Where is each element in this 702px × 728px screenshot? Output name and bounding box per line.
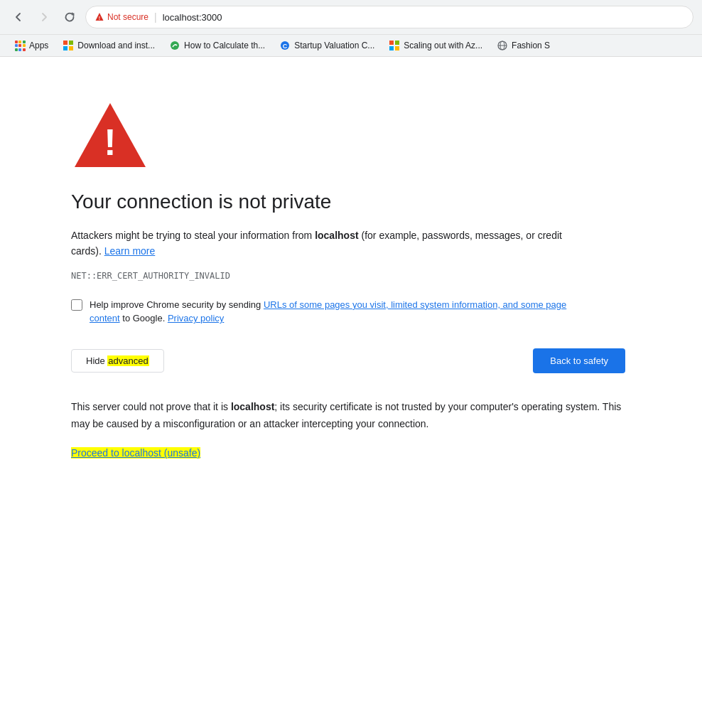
bookmark-startup-label: Startup Valuation C... (294, 41, 374, 50)
svg-point-1 (171, 41, 179, 50)
localhost-bold-1: localhost (315, 230, 358, 241)
leaf-favicon (169, 40, 180, 51)
apps-label: Apps (29, 41, 48, 50)
svg-text:!: ! (99, 16, 100, 21)
hide-advanced-button[interactable]: Hide advanced (71, 349, 164, 373)
svg-text:!: ! (104, 122, 116, 163)
learn-more-link[interactable]: Learn more (104, 245, 156, 257)
bookmark-scaling[interactable]: Scaling out with Az... (383, 38, 488, 53)
page-title: Your connection is not private (71, 191, 631, 213)
url-divider: | (154, 11, 157, 23)
ms-favicon-1 (63, 40, 74, 51)
advanced-highlight: advanced (107, 355, 148, 366)
description-text: Attackers might be trying to steal your … (71, 228, 568, 259)
improve-chrome-checkbox[interactable] (71, 299, 82, 311)
back-button[interactable] (9, 7, 28, 27)
bookmark-fashion-label: Fashion S (512, 41, 550, 50)
bookmark-apps[interactable]: Apps (9, 38, 54, 53)
bookmarks-bar: Apps Download and inst... How to Calcula… (0, 34, 702, 56)
apps-grid-icon (14, 40, 26, 51)
forward-button[interactable] (34, 7, 54, 27)
bookmark-download-label: Download and inst... (77, 41, 155, 50)
bookmark-scaling-label: Scaling out with Az... (404, 41, 482, 50)
error-code: NET::ERR_CERT_AUTHORITY_INVALID (71, 271, 631, 281)
svg-text:C: C (283, 43, 288, 50)
refresh-button[interactable] (60, 7, 80, 27)
browser-chrome: ! Not secure | localhost:3000 (0, 0, 702, 57)
ms-favicon-2 (389, 40, 400, 51)
back-to-safety-button[interactable]: Back to safety (533, 348, 625, 373)
privacy-policy-link[interactable]: Privacy policy (168, 313, 224, 323)
localhost-bold-2: localhost (231, 401, 274, 412)
error-page: ! Your connection is not private Attacke… (0, 57, 702, 725)
button-row: Hide advanced Back to safety (71, 348, 625, 373)
bookmark-fashion[interactable]: Fashion S (491, 38, 556, 53)
security-indicator: ! Not secure (94, 12, 148, 22)
not-secure-label: Not secure (107, 12, 148, 22)
bookmark-startup[interactable]: C Startup Valuation C... (274, 38, 380, 53)
checkbox-label: Help improve Chrome security by sending … (90, 298, 568, 326)
proceed-link[interactable]: Proceed to localhost (unsafe) (71, 447, 200, 459)
advanced-text: This server could not prove that it is l… (71, 399, 625, 433)
url-text: localhost:3000 (163, 12, 222, 23)
address-bar[interactable]: ! Not secure | localhost:3000 (85, 6, 693, 28)
c-favicon: C (279, 40, 291, 51)
improve-chrome-row: Help improve Chrome security by sending … (71, 298, 568, 326)
bookmark-calculate[interactable]: How to Calculate th... (163, 38, 271, 53)
nav-bar: ! Not secure | localhost:3000 (0, 0, 702, 34)
bookmark-download[interactable]: Download and inst... (57, 38, 161, 53)
globe-favicon (497, 40, 508, 51)
warning-icon: ! (71, 100, 631, 173)
bookmark-calculate-label: How to Calculate th... (184, 41, 265, 50)
